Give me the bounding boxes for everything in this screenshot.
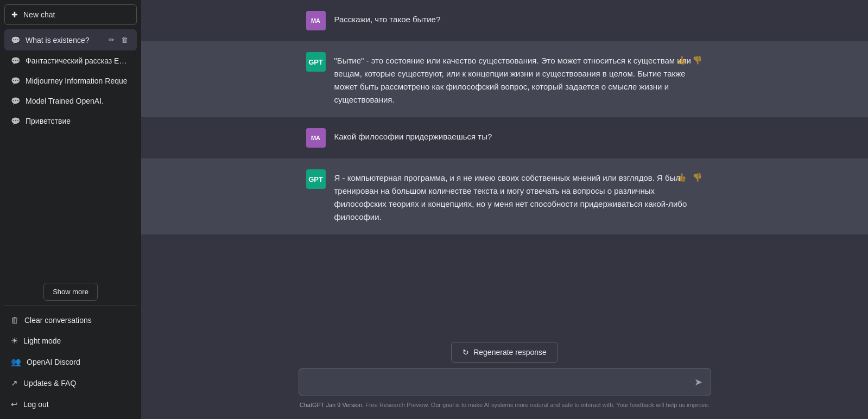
chat-item-label: What is existence? [26, 36, 101, 45]
message-content-msg3: Какой философии придерживаешься ты? [334, 128, 704, 143]
log-out-icon: ↩ [11, 399, 18, 409]
updates-faq-label: Updates & FAQ [23, 379, 76, 388]
footer-text: ChatGPT Jan 9 Version. Free Research Pre… [300, 402, 710, 408]
chat-icon: 💬 [11, 97, 20, 105]
chat-icon: 💬 [11, 77, 20, 85]
sidebar-bottom-item-openai-discord[interactable]: 👥 OpenAI Discord [4, 352, 137, 372]
log-out-label: Log out [23, 400, 49, 409]
light-mode-icon: ☀ [11, 336, 18, 346]
input-wrapper: ➤ [299, 368, 711, 396]
chat-icon: 💬 [11, 117, 20, 125]
regenerate-button[interactable]: ↻ Regenerate response [451, 342, 558, 363]
regenerate-label: Regenerate response [473, 348, 547, 357]
send-icon: ➤ [694, 376, 702, 388]
clear-conversations-label: Clear conversations [24, 316, 92, 325]
openai-discord-icon: 👥 [11, 357, 21, 367]
chat-item-actions: ✏ 🗑 [106, 35, 130, 45]
thumbs-down-button[interactable]: 👎 [691, 172, 704, 183]
send-button[interactable]: ➤ [692, 374, 705, 390]
message-input[interactable] [299, 368, 711, 396]
message-content-msg1: Расскажи, что такое бытие? [334, 11, 704, 26]
light-mode-label: Light mode [23, 337, 61, 345]
footer-description: Free Research Preview. Our goal is to ma… [365, 402, 709, 408]
message-inner: GPT Я - компьютерная программа, и я не и… [293, 169, 717, 224]
chat-list: 💬 What is existence? ✏ 🗑 💬 Фантастически… [4, 29, 137, 278]
message-content-msg4: Я - компьютерная программа, и я не имею … [334, 169, 704, 224]
sidebar: ✚ New chat 💬 What is existence? ✏ 🗑 💬 Фа… [0, 0, 141, 419]
message-inner: MA Какой философии придерживаешься ты? [293, 128, 717, 148]
message-row-msg4: GPT Я - компьютерная программа, и я не и… [141, 158, 868, 234]
sidebar-bottom-item-clear-conversations[interactable]: 🗑 Clear conversations [4, 310, 137, 330]
chat-icon: 💬 [11, 56, 20, 65]
message-row-msg3: MA Какой философии придерживаешься ты? [141, 117, 868, 158]
thumbs-up-button[interactable]: 👍 [675, 172, 688, 183]
thumbs-down-button[interactable]: 👎 [691, 54, 704, 66]
sidebar-bottom-item-log-out[interactable]: ↩ Log out [4, 394, 137, 415]
edit-chat-button[interactable]: ✏ [106, 35, 117, 45]
message-row-msg2: GPT "Бытие" - это состояние или качество… [141, 41, 868, 117]
avatar-msg2: GPT [306, 52, 326, 72]
message-inner: MA Расскажи, что такое бытие? [293, 11, 717, 30]
sidebar-chat-item-what-is-existence[interactable]: 💬 What is existence? ✏ 🗑 [4, 29, 137, 50]
avatar-msg4: GPT [306, 169, 326, 189]
sidebar-chat-item-greeting[interactable]: 💬 Приветствие [4, 111, 137, 131]
avatar-msg1: MA [306, 11, 326, 30]
footer-link[interactable]: ChatGPT Jan 9 Version. [300, 402, 364, 408]
plus-icon: ✚ [11, 10, 18, 19]
clear-conversations-icon: 🗑 [11, 315, 19, 325]
delete-chat-button[interactable]: 🗑 [119, 35, 130, 45]
new-chat-button[interactable]: ✚ New chat [4, 4, 137, 25]
sidebar-bottom-item-updates-faq[interactable]: ↗ Updates & FAQ [4, 373, 137, 393]
updates-faq-icon: ↗ [11, 378, 18, 388]
sidebar-chat-item-midjourney-info[interactable]: 💬 Midjourney Information Reque [4, 71, 137, 91]
sidebar-bottom: 🗑 Clear conversations ☀ Light mode 👥 Ope… [4, 305, 137, 415]
chat-icon: 💬 [11, 36, 20, 45]
chat-messages: MA Расскажи, что такое бытие? GPT "Бытие… [141, 0, 868, 335]
message-feedback: 👍 👎 [675, 172, 704, 183]
avatar-msg3: MA [306, 128, 326, 148]
message-row-msg1: MA Расскажи, что такое бытие? [141, 0, 868, 41]
message-feedback: 👍 👎 [675, 54, 704, 66]
thumbs-up-button[interactable]: 👍 [675, 54, 688, 66]
sidebar-chat-item-model-trained[interactable]: 💬 Model Trained OpenAI. [4, 91, 137, 111]
message-inner: GPT "Бытие" - это состояние или качество… [293, 52, 717, 106]
new-chat-label: New chat [23, 10, 55, 19]
input-area: ↻ Regenerate response ➤ ChatGPT Jan 9 Ve… [141, 335, 868, 419]
chat-item-label: Model Trained OpenAI. [26, 97, 130, 105]
message-content-msg2: "Бытие" - это состояние или качество сущ… [334, 52, 704, 106]
sidebar-chat-item-fantastic-raccoon[interactable]: 💬 Фантастический рассказ Енот [4, 51, 137, 71]
regenerate-icon: ↻ [462, 348, 469, 357]
show-more-button[interactable]: Show more [43, 283, 98, 301]
chat-item-label: Midjourney Information Reque [26, 77, 130, 85]
chat-item-label: Фантастический рассказ Енот [26, 56, 130, 65]
sidebar-bottom-item-light-mode[interactable]: ☀ Light mode [4, 331, 137, 351]
main-content: MA Расскажи, что такое бытие? GPT "Бытие… [141, 0, 868, 419]
openai-discord-label: OpenAI Discord [27, 358, 80, 366]
chat-item-label: Приветствие [26, 117, 130, 125]
